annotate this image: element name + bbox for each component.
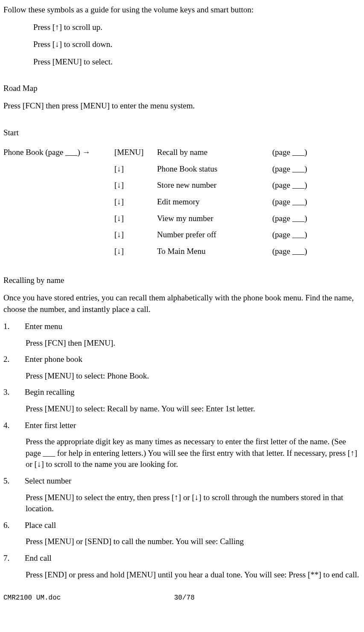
recalling-heading: Recalling by name <box>3 275 361 286</box>
menu-key: [↓] <box>114 194 157 210</box>
bullet-scroll-down: Press [↓] to scroll down. <box>3 39 361 50</box>
start-heading: Start <box>3 127 361 139</box>
menu-func: To Main Menu <box>157 243 272 260</box>
step-body: Press [MENU] to select: Recall by name. … <box>26 403 361 415</box>
step-body: Press [MENU] or [SEND] to call the numbe… <box>26 536 361 548</box>
menu-page: (page ___) <box>272 194 307 210</box>
footer-filename: CMR2100 UM.doc <box>3 593 174 603</box>
step-num: 1. <box>3 321 25 349</box>
step-title: Select number <box>25 475 361 487</box>
table-row: [↓] View my number (page ___) <box>3 210 307 227</box>
footer-pagenum: 30/78 <box>174 593 195 603</box>
bullet-select: Press [MENU] to select. <box>3 56 361 68</box>
step-num: 6. <box>3 520 25 548</box>
phone-book-label: Phone Book (page ___) → <box>3 144 114 161</box>
step-title: Enter phone book <box>25 354 361 365</box>
roadmap-text: Press [FCN] then press [MENU] to enter t… <box>3 100 361 112</box>
menu-func: Number prefer off <box>157 227 272 243</box>
step-num: 7. <box>3 553 25 580</box>
table-row: [↓] Phone Book status (page ___) <box>3 161 307 178</box>
menu-func: Recall by name <box>157 144 272 161</box>
table-row: Phone Book (page ___) → [MENU] Recall by… <box>3 144 307 161</box>
recalling-intro: Once you have stored entries, you can re… <box>3 292 361 315</box>
roadmap-heading: Road Map <box>3 83 361 94</box>
step-num: 3. <box>3 387 25 414</box>
step-body: Press [END] or press and hold [MENU] unt… <box>26 569 361 581</box>
step-title: Enter menu <box>25 321 361 332</box>
menu-key: [MENU] <box>114 144 157 161</box>
menu-page: (page ___) <box>272 144 307 161</box>
menu-page: (page ___) <box>272 161 307 178</box>
steps-list: 1. Enter menu Press [FCN] then [MENU]. 2… <box>3 321 361 580</box>
list-item: 1. Enter menu Press [FCN] then [MENU]. <box>3 321 361 349</box>
list-item: 7. End call Press [END] or press and hol… <box>3 553 361 580</box>
step-body: Press [MENU] to select the entry, then p… <box>26 492 361 515</box>
list-item: 5. Select number Press [MENU] to select … <box>3 475 361 515</box>
menu-page: (page ___) <box>272 243 307 260</box>
step-num: 4. <box>3 420 25 470</box>
menu-key: [↓] <box>114 210 157 227</box>
table-row: [↓] Number prefer off (page ___) <box>3 227 307 243</box>
step-title: Begin recalling <box>25 387 361 398</box>
step-title: Place call <box>25 520 361 531</box>
menu-func: Edit memory <box>157 194 272 210</box>
bullet-scroll-up: Press [↑] to scroll up. <box>3 22 361 33</box>
table-row: [↓] To Main Menu (page ___) <box>3 243 307 260</box>
menu-key: [↓] <box>114 177 157 194</box>
menu-table: Phone Book (page ___) → [MENU] Recall by… <box>3 144 307 259</box>
step-body: Press [FCN] then [MENU]. <box>26 338 361 349</box>
menu-key: [↓] <box>114 243 157 260</box>
menu-key: [↓] <box>114 161 157 178</box>
menu-func: Phone Book status <box>157 161 272 178</box>
menu-key: [↓] <box>114 227 157 243</box>
menu-func: View my number <box>157 210 272 227</box>
list-item: 6. Place call Press [MENU] or [SEND] to … <box>3 520 361 548</box>
table-row: [↓] Store new number (page ___) <box>3 177 307 194</box>
table-row: [↓] Edit memory (page ___) <box>3 194 307 210</box>
list-item: 3. Begin recalling Press [MENU] to selec… <box>3 387 361 414</box>
step-num: 5. <box>3 475 25 515</box>
menu-page: (page ___) <box>272 227 307 243</box>
menu-page: (page ___) <box>272 177 307 194</box>
menu-func: Store new number <box>157 177 272 194</box>
intro-text: Follow these symbols as a guide for usin… <box>3 4 361 16</box>
menu-page: (page ___) <box>272 210 307 227</box>
step-title: Enter first letter <box>25 420 361 431</box>
step-body: Press the appropriate digit key as many … <box>26 436 361 470</box>
list-item: 4. Enter first letter Press the appropri… <box>3 420 361 470</box>
list-item: 2. Enter phone book Press [MENU] to sele… <box>3 354 361 382</box>
step-title: End call <box>25 553 361 564</box>
step-body: Press [MENU] to select: Phone Book. <box>26 370 361 382</box>
step-num: 2. <box>3 354 25 382</box>
footer: CMR2100 UM.doc 30/78 <box>3 593 361 603</box>
